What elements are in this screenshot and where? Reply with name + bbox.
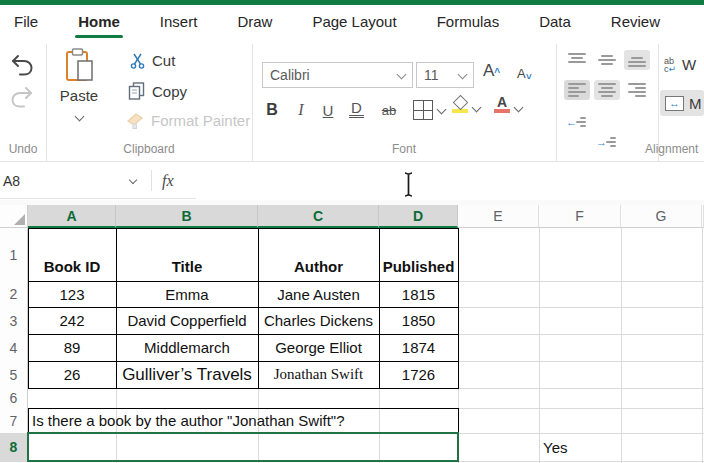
- redo-button[interactable]: [10, 86, 34, 112]
- cell-A6[interactable]: [28, 388, 116, 408]
- cell-F7[interactable]: [539, 408, 621, 433]
- cell-F3[interactable]: [539, 307, 621, 334]
- active-cell-selection[interactable]: [27, 432, 459, 462]
- column-header-B[interactable]: B: [116, 205, 258, 228]
- align-top-button[interactable]: [564, 50, 590, 70]
- cell-G5[interactable]: [621, 361, 702, 388]
- align-left-button[interactable]: [564, 80, 590, 100]
- bold-button[interactable]: B: [264, 100, 280, 120]
- table-border: [379, 228, 380, 388]
- cell-C6[interactable]: [258, 388, 379, 408]
- format-painter-button[interactable]: Format Painter: [126, 112, 250, 129]
- undo-icon: [10, 54, 34, 76]
- ribbon-tab-row: File Home Insert Draw Page Layout Formul…: [0, 5, 704, 38]
- row-header-2[interactable]: 2: [0, 281, 28, 307]
- borders-button[interactable]: [413, 100, 445, 120]
- undo-button[interactable]: [10, 54, 34, 80]
- cell-E8[interactable]: [458, 433, 539, 461]
- column-header-C[interactable]: C: [258, 205, 379, 228]
- tab-draw[interactable]: Draw: [237, 5, 272, 38]
- align-center-button[interactable]: [594, 80, 620, 100]
- cell-E3[interactable]: [458, 307, 539, 334]
- table-border: [28, 228, 459, 389]
- row-header-3[interactable]: 3: [0, 307, 28, 334]
- font-size-combo[interactable]: 11: [416, 62, 474, 88]
- tab-formulas[interactable]: Formulas: [437, 5, 500, 38]
- cell-G6[interactable]: [621, 388, 702, 408]
- copy-button[interactable]: Copy: [128, 82, 187, 100]
- cell-G4[interactable]: [621, 334, 702, 361]
- align-bottom-button[interactable]: [624, 50, 650, 70]
- row-header-6[interactable]: 6: [0, 388, 28, 408]
- paste-button[interactable]: Paste: [56, 48, 102, 126]
- font-group-label: Font: [252, 142, 556, 156]
- tab-data[interactable]: Data: [539, 5, 571, 38]
- cell-E6[interactable]: [458, 388, 539, 408]
- row-header-8[interactable]: 8: [0, 433, 28, 461]
- cell-G2[interactable]: [621, 281, 702, 307]
- cell-G7[interactable]: [621, 408, 702, 433]
- insert-function-button[interactable]: fx: [162, 162, 174, 199]
- cell-E7[interactable]: [458, 408, 539, 433]
- arrow-right-icon: →: [596, 137, 607, 148]
- decrease-font-button[interactable]: A^: [517, 64, 532, 82]
- cut-button[interactable]: Cut: [130, 52, 175, 69]
- tab-insert[interactable]: Insert: [160, 5, 198, 38]
- font-size-value: 11: [424, 67, 439, 83]
- row-header-4[interactable]: 4: [0, 334, 28, 361]
- cell-E2[interactable]: [458, 281, 539, 307]
- cell-F2[interactable]: [539, 281, 621, 307]
- cell-G1[interactable]: [621, 228, 702, 281]
- name-box[interactable]: A8: [0, 162, 148, 199]
- copy-label: Copy: [152, 83, 187, 100]
- cell-E1[interactable]: [458, 228, 539, 281]
- borders-dropdown-icon: [437, 104, 447, 114]
- column-header-A[interactable]: A: [28, 205, 116, 228]
- row-header-1[interactable]: 1: [0, 228, 28, 281]
- cut-icon: [130, 53, 145, 69]
- cell-F4[interactable]: [539, 334, 621, 361]
- tab-review[interactable]: Review: [611, 5, 660, 38]
- font-size-dropdown-icon: [458, 69, 468, 79]
- row-header-5[interactable]: 5: [0, 361, 28, 388]
- italic-button[interactable]: I: [294, 100, 308, 120]
- align-right-button[interactable]: [624, 80, 650, 100]
- tab-home[interactable]: Home: [78, 5, 120, 38]
- select-all-corner[interactable]: [0, 205, 28, 228]
- underline-button[interactable]: U: [320, 100, 336, 120]
- cell-E4[interactable]: [458, 334, 539, 361]
- fill-color-button[interactable]: [452, 96, 480, 113]
- table-border: [258, 228, 259, 388]
- cell-D6[interactable]: [379, 388, 458, 408]
- cell-G3[interactable]: [621, 307, 702, 334]
- format-painter-label: Format Painter: [151, 112, 250, 129]
- row-header-7[interactable]: 7: [0, 408, 28, 433]
- strikethrough-button[interactable]: ab: [379, 100, 399, 120]
- cell-F6[interactable]: [539, 388, 621, 408]
- column-header-F[interactable]: F: [539, 205, 621, 228]
- column-header-G[interactable]: G: [621, 205, 702, 228]
- increase-indent-button[interactable]: →: [594, 132, 620, 152]
- cell-B6[interactable]: [116, 388, 258, 408]
- column-header-E[interactable]: E: [458, 205, 539, 228]
- formula-input[interactable]: [196, 162, 704, 199]
- cell-F8[interactable]: [539, 433, 621, 461]
- fill-color-dropdown-icon: [472, 103, 482, 113]
- cell-E5[interactable]: [458, 361, 539, 388]
- cell-F1[interactable]: [539, 228, 621, 281]
- tab-file[interactable]: File: [14, 5, 38, 38]
- merge-center-button[interactable]: ↔ M: [660, 90, 704, 116]
- font-name-combo[interactable]: Calibri: [262, 62, 413, 88]
- increase-font-button[interactable]: A^: [483, 61, 500, 81]
- table-border: [28, 307, 458, 308]
- cell-G8[interactable]: [621, 433, 702, 461]
- question-cell-border: [28, 408, 459, 434]
- wrap-text-button[interactable]: abc↵ W: [664, 56, 696, 73]
- double-underline-button[interactable]: D: [349, 100, 364, 118]
- align-middle-button[interactable]: [594, 50, 620, 70]
- decrease-indent-button[interactable]: ←: [564, 112, 590, 132]
- cell-F5[interactable]: [539, 361, 621, 388]
- font-color-button[interactable]: A: [494, 96, 522, 113]
- column-header-D[interactable]: D: [379, 205, 458, 228]
- tab-page-layout[interactable]: Page Layout: [312, 5, 396, 38]
